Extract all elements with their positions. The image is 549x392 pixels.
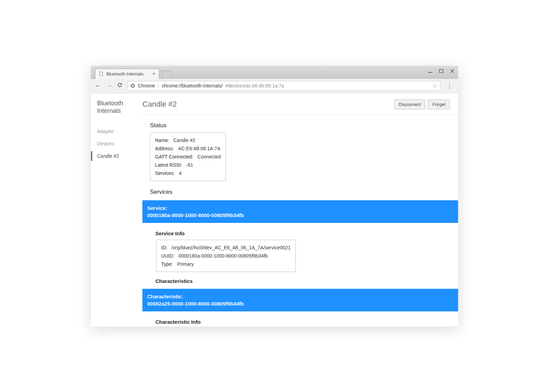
close-window-icon[interactable]	[450, 69, 455, 73]
service-info-heading: Service Info	[155, 230, 458, 236]
svg-rect-1	[440, 69, 443, 72]
chrome-icon	[130, 83, 135, 88]
browser-tab[interactable]: Bluetooth Internals ×	[95, 69, 159, 79]
titlebar: Bluetooth Internals ×	[91, 66, 458, 79]
browser-menu-icon[interactable]: ⋮	[445, 82, 454, 90]
info-row: ID:/org/bluez/hci0/dev_AC_E6_4B_06_1A_7A…	[161, 243, 291, 252]
header-buttons: Disconnect Forget	[394, 99, 450, 109]
maximize-icon[interactable]	[439, 69, 444, 73]
service-info-section: Service Info ID:/org/bluez/hci0/dev_AC_E…	[142, 230, 458, 284]
sidebar: Bluetooth Internals Adapter Devices Cand…	[91, 93, 142, 326]
status-row: Latest RSSI:-61	[155, 161, 221, 169]
svg-point-5	[132, 85, 134, 87]
status-row: Address:AC:E6:4B:06:1A:7A	[155, 144, 221, 153]
address-bar[interactable]: Chrome | chrome://bluetooth-internals/#d…	[127, 81, 440, 91]
sidebar-item-adapter[interactable]: Adapter	[97, 125, 142, 138]
url-separator: |	[158, 83, 159, 88]
service-info-box: ID:/org/bluez/hci0/dev_AC_E6_4B_06_1A_7A…	[156, 240, 296, 272]
page-content: Bluetooth Internals Adapter Devices Cand…	[91, 93, 458, 326]
window-controls	[428, 69, 455, 73]
characteristic-header-value: 00002a25-0000-1000-8000-00805f9b34fb	[147, 300, 453, 307]
url-scheme-label: Chrome	[138, 83, 155, 88]
status-row: Services:4	[155, 169, 221, 177]
page-header: Candle #2 Disconnect Forget	[142, 99, 458, 115]
service-header-value: 0000180a-0000-1000-8000-00805f9b34fb	[147, 212, 453, 219]
services-heading: Services	[150, 189, 458, 195]
service-header[interactable]: Service: 0000180a-0000-1000-8000-00805f9…	[142, 200, 458, 223]
bookmark-star-icon[interactable]: ☆	[432, 83, 437, 89]
status-row: Name:Candle #2	[155, 136, 221, 144]
toolbar: ← → Chrome | chrome://bluetooth-internal…	[91, 79, 458, 93]
characteristic-info-heading: Characteristic Info	[155, 319, 458, 325]
sidebar-title: Bluetooth Internals	[97, 99, 142, 115]
sidebar-item-devices[interactable]: Devices	[97, 138, 142, 150]
url-host: chrome://bluetooth-internals/	[162, 83, 222, 88]
tab-title: Bluetooth Internals	[106, 71, 143, 76]
new-tab-button[interactable]	[161, 71, 172, 78]
close-tab-icon[interactable]: ×	[152, 71, 155, 76]
main-panel: Candle #2 Disconnect Forget Status Name:…	[142, 93, 458, 326]
reload-button[interactable]	[117, 82, 122, 89]
characteristics-heading: Characteristics	[155, 278, 458, 284]
characteristic-header[interactable]: Characteristic: 00002a25-0000-1000-8000-…	[142, 289, 458, 311]
minimize-icon[interactable]	[428, 69, 433, 73]
status-box: Name:Candle #2 Address:AC:E6:4B:06:1A:7A…	[150, 132, 226, 181]
page-icon	[99, 71, 104, 76]
status-row: GATT Connected:Connected	[155, 153, 221, 161]
status-heading: Status	[150, 122, 458, 129]
characteristic-info-section: Characteristic Info ID:/org/bluez/hci0/d…	[142, 319, 458, 326]
forward-button[interactable]: →	[106, 82, 112, 90]
page-title: Candle #2	[142, 100, 177, 109]
forget-button[interactable]: Forget	[428, 99, 450, 109]
characteristic-header-label: Characteristic:	[147, 293, 453, 300]
back-button[interactable]: ←	[95, 82, 101, 90]
disconnect-button[interactable]: Disconnect	[394, 99, 425, 109]
url-path: #devices/ac:e6:4b:06:1a:7a	[225, 83, 284, 88]
sidebar-item-candle-2[interactable]: Candle #2	[97, 150, 142, 162]
info-row: Type:Primary	[161, 260, 291, 268]
service-header-label: Service:	[147, 204, 453, 212]
services-section: Services	[142, 189, 458, 195]
info-row: UUID:0000180a-0000-1000-8000-00805f9b34f…	[161, 252, 291, 260]
browser-window: Bluetooth Internals × ← → Chrome | chrom…	[91, 66, 458, 326]
status-section: Status Name:Candle #2 Address:AC:E6:4B:0…	[142, 122, 458, 181]
